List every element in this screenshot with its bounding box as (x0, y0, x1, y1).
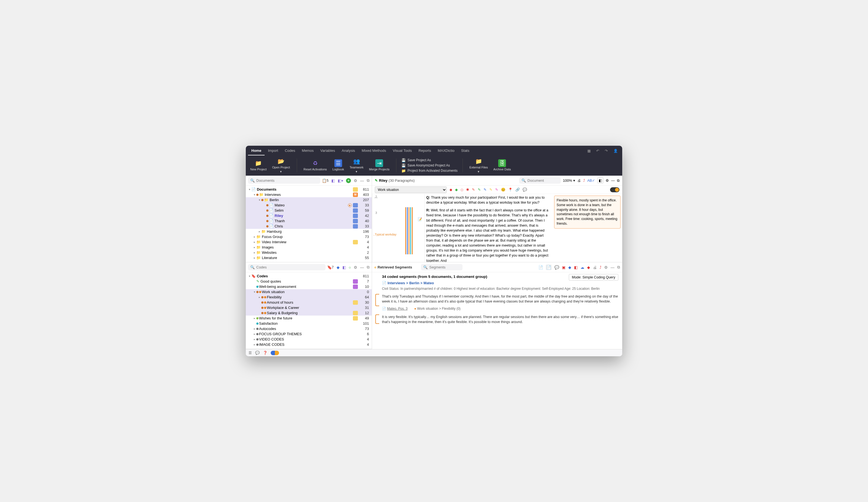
menu-tab-reports[interactable]: Reports (415, 146, 435, 155)
status-help-icon[interactable]: ❓ (263, 351, 267, 355)
tree-row[interactable]: ▸Wishes for the future49 (246, 315, 372, 321)
tree-row[interactable]: ▸📁Images4 (246, 245, 372, 250)
export-icon[interactable]: ⤴ (600, 265, 601, 270)
tree-row[interactable]: Salary & Budgeting12 (246, 310, 372, 315)
tree-row[interactable]: ▸📁Video Interview4 (246, 239, 372, 245)
code-tool-2-icon[interactable]: ◆ (455, 188, 458, 192)
segment-text[interactable]: It is very flexible. It's typically… my … (382, 314, 618, 324)
code-tool-c-icon[interactable]: ○ (349, 265, 351, 270)
add-doc-button[interactable]: + (346, 178, 351, 183)
segment-text[interactable]: That's only Tuesdays and Thursdays if I … (382, 294, 618, 304)
memo-marker-icon[interactable]: 📝 (418, 217, 422, 221)
highlighter-blue-icon[interactable]: ✎ (484, 188, 487, 192)
doc-tool-1-icon[interactable]: ◧ (331, 178, 335, 183)
settings-icon[interactable]: ⚙ (354, 178, 357, 183)
menu-tab-analysis[interactable]: Analysis (338, 146, 358, 155)
teamwork-button[interactable]: 👥Teamwork ▾ (348, 157, 365, 174)
activated-docs-icon[interactable]: 📋5 (322, 178, 329, 183)
highlighter-pink-icon[interactable]: ✎ (495, 188, 498, 192)
tree-row[interactable]: Amount of hours30 (246, 300, 372, 305)
tree-row[interactable]: ▸📁Literature55 (246, 255, 372, 260)
tree-row[interactable]: 📄Thanh40 (246, 218, 372, 223)
tree-row[interactable]: Well-being assessment10 (246, 284, 372, 289)
menu-tab-import[interactable]: Import (265, 146, 281, 155)
tree-row[interactable]: ▾📄Documents811 (246, 187, 372, 192)
export-icon[interactable]: ⤴ (583, 178, 585, 183)
zoom-dropdown[interactable]: 100% ▾ (563, 178, 575, 183)
tree-row[interactable]: ▾Work situation0 (246, 289, 372, 294)
documents-search-input[interactable] (256, 178, 318, 183)
codes-tree[interactable]: ▾🔖Codes811✎Good quotes7Well-being assess… (246, 272, 372, 349)
activated-codes-icon[interactable]: 🔖7 (327, 265, 334, 270)
edit-toggle[interactable] (610, 187, 619, 192)
tree-row[interactable]: 📄Chris33 (246, 223, 372, 229)
seg-tool-4-icon[interactable]: ▣ (562, 265, 566, 270)
user-icon[interactable]: 👤 (611, 149, 620, 153)
reset-activations-button[interactable]: ♻Reset Activations (302, 159, 329, 172)
settings-icon[interactable]: ⚙ (606, 178, 609, 183)
menu-tab-codes[interactable]: Codes (281, 146, 299, 155)
layout-icon[interactable]: ▦ (585, 149, 593, 153)
tree-row[interactable]: ▾📁Berlin207 (246, 197, 372, 202)
browser-search-input[interactable] (528, 178, 559, 183)
logbook-button[interactable]: ☰Logbook (331, 159, 346, 172)
link-icon[interactable]: 🔗 (515, 188, 520, 192)
menu-tab-stats[interactable]: Stats (458, 146, 473, 155)
seg-tool-8-icon[interactable]: ◆ (587, 265, 590, 270)
merge-projects-button[interactable]: ⇥Merge Projects (367, 159, 391, 172)
seg-tool-5-icon[interactable]: ◆ (568, 265, 571, 270)
doc-tool-2-icon[interactable]: ◧▾ (338, 178, 343, 183)
spellcheck-icon[interactable]: AB✓ (587, 178, 595, 183)
documents-search[interactable]: 🔍 (248, 177, 320, 184)
menu-tab-variables[interactable]: Variables (317, 146, 338, 155)
seg-cloud-icon[interactable]: ☁ (580, 265, 584, 270)
tree-row[interactable]: Workplace & Career31 (246, 305, 372, 310)
highlighter-yellow-icon[interactable]: ✎ (489, 188, 493, 192)
highlighter-green-icon[interactable]: ✎ (478, 188, 481, 192)
memo-note[interactable]: Flexible hours, mostly spent in the offi… (554, 195, 621, 229)
code-tool-b-icon[interactable]: ◧ (342, 265, 346, 270)
tree-row[interactable]: ▸Flexibility64 (246, 294, 372, 300)
popout-icon[interactable]: ⧉ (367, 265, 370, 270)
status-chat-icon[interactable]: 💬 (255, 351, 260, 355)
redo-icon[interactable]: ↷ (602, 149, 610, 153)
menu-tab-mixed-methods[interactable]: Mixed Methods (359, 146, 390, 155)
tree-row[interactable]: 📄Riley42 (246, 213, 372, 218)
codes-search-input[interactable] (256, 265, 323, 269)
code-tool-a-icon[interactable]: ◆ (337, 265, 340, 270)
menu-tab-maxdictio[interactable]: MAXDictio (434, 146, 458, 155)
code-tool-1-icon[interactable]: ◆ (450, 188, 452, 192)
segments-search[interactable]: 🔍 (421, 264, 463, 270)
menu-tab-memos[interactable]: Memos (299, 146, 317, 155)
print-icon[interactable]: 🖨 (577, 178, 581, 183)
new-project-button[interactable]: 📁New Project (249, 159, 268, 172)
project-from-activated-button[interactable]: 📁Project from Activated Documents (401, 169, 457, 173)
seg-tool-6-icon[interactable]: ◧ (574, 265, 578, 270)
pin-icon[interactable]: 📍 (508, 188, 513, 192)
settings-icon[interactable]: ⚙ (604, 265, 608, 270)
documents-tree[interactable]: ▾📄Documents811▾📁InterviewsM403▾📁Berlin20… (246, 185, 372, 262)
tree-row[interactable]: ▾📁InterviewsM403 (246, 192, 372, 197)
code-combo[interactable]: Work situation (375, 187, 447, 193)
tree-row[interactable]: ✎Good quotes7 (246, 279, 372, 284)
segment-position-link[interactable]: Mateo, Pos. 3 (387, 307, 407, 311)
emoji-icon[interactable]: 😊 (501, 188, 505, 192)
minimize-icon[interactable]: — (360, 265, 364, 270)
popout-icon[interactable]: ⧉ (617, 265, 620, 270)
status-menu-icon[interactable]: ☰ (249, 351, 252, 355)
coding-stripe-label[interactable]: ..Typical workday (373, 233, 396, 236)
seg-tool-2-icon[interactable]: 📄 (546, 264, 552, 270)
browser-search[interactable]: 🔍 (519, 177, 561, 184)
tree-row[interactable]: ▸📁Focus Group73 (246, 234, 372, 239)
tree-row[interactable]: 📄Mateo▶33 (246, 202, 372, 208)
more-icon[interactable]: ⋯ (374, 195, 378, 200)
open-project-button[interactable]: 📂Open Project ▾ (270, 157, 291, 174)
tree-row[interactable]: Satisfaction101 (246, 321, 372, 326)
highlighter-red-icon[interactable]: ✎ (472, 188, 475, 192)
minimize-icon[interactable]: — (611, 178, 615, 183)
comment-icon[interactable]: 💬 (523, 188, 527, 192)
archive-data-button[interactable]: 🗄Archive Data (492, 159, 513, 172)
tree-row[interactable]: ▸📁Hamburg196 (246, 229, 372, 234)
seg-tool-1-icon[interactable]: 📄 (538, 265, 543, 270)
code-tool-3-icon[interactable]: ◇ (461, 188, 463, 192)
